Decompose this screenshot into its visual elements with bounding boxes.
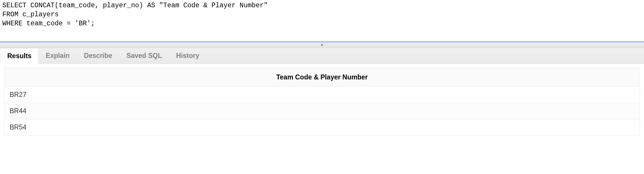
table-row: BR54 bbox=[4, 119, 640, 136]
tab-explain[interactable]: Explain bbox=[39, 48, 77, 63]
table-header-row: Team Code & Player Number bbox=[4, 68, 640, 87]
tab-saved-sql[interactable]: Saved SQL bbox=[119, 48, 169, 63]
tab-history[interactable]: History bbox=[169, 48, 207, 63]
chevron-down-icon: ▼ bbox=[320, 43, 324, 47]
tab-results[interactable]: Results bbox=[0, 48, 39, 64]
results-panel: Team Code & Player Number BR27 BR44 BR54 bbox=[0, 64, 644, 140]
column-header[interactable]: Team Code & Player Number bbox=[4, 68, 640, 87]
sql-editor[interactable]: SELECT CONCAT(team_code, player_no) AS "… bbox=[0, 0, 644, 42]
table-cell: BR54 bbox=[4, 119, 640, 136]
table-cell: BR44 bbox=[4, 103, 640, 119]
table-row: BR44 bbox=[4, 103, 640, 119]
table-row: BR27 bbox=[4, 87, 640, 103]
results-table: Team Code & Player Number BR27 BR44 BR54 bbox=[4, 68, 640, 136]
results-tabs: Results Explain Describe Saved SQL Histo… bbox=[0, 48, 644, 64]
pane-divider[interactable]: ▼ bbox=[0, 42, 644, 48]
tab-describe[interactable]: Describe bbox=[77, 48, 119, 63]
table-cell: BR27 bbox=[4, 87, 640, 103]
